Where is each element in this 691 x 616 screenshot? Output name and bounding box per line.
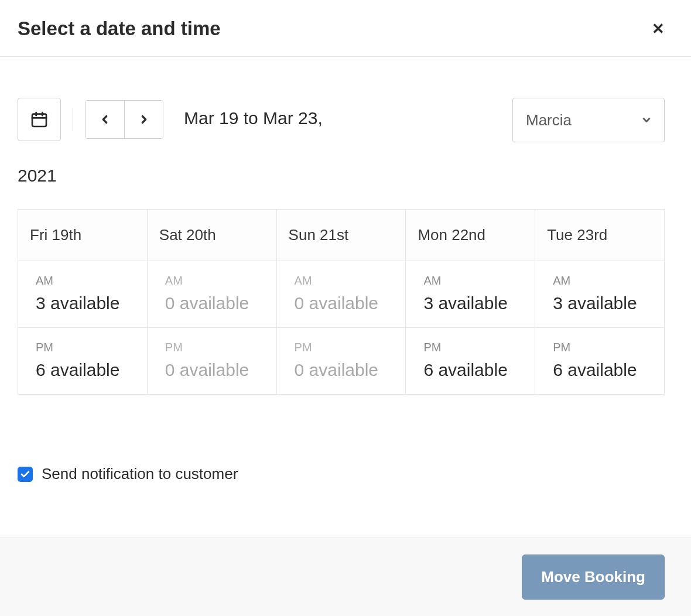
- column-header: Mon 22nd: [406, 210, 535, 261]
- chevron-left-icon: [98, 113, 111, 126]
- column-header: Tue 23rd: [535, 210, 665, 261]
- period-label: AM: [295, 274, 392, 288]
- period-label: AM: [165, 274, 262, 288]
- dialog-header: Select a date and time ✕: [0, 0, 691, 57]
- availability-text: 0 available: [165, 293, 262, 313]
- availability-cell[interactable]: AM0 available: [147, 261, 276, 328]
- availability-cell[interactable]: PM6 available: [406, 328, 535, 395]
- availability-cell[interactable]: AM3 available: [535, 261, 665, 328]
- column-header: Sat 20th: [147, 210, 276, 261]
- chevron-down-icon: [641, 114, 652, 126]
- close-button[interactable]: ✕: [652, 21, 665, 36]
- move-booking-button[interactable]: Move Booking: [522, 555, 665, 600]
- availability-text: 6 available: [553, 360, 650, 380]
- period-label: AM: [36, 274, 133, 288]
- availability-cell[interactable]: PM0 available: [276, 328, 406, 395]
- period-label: PM: [423, 341, 521, 354]
- availability-cell[interactable]: PM6 available: [18, 328, 148, 395]
- dialog-footer: Move Booking: [0, 538, 691, 616]
- availability-table: Fri 19thSat 20thSun 21stMon 22ndTue 23rd…: [18, 209, 665, 395]
- availability-text: 6 available: [36, 360, 133, 380]
- availability-text: 0 available: [165, 360, 262, 380]
- column-header: Sun 21st: [276, 210, 406, 261]
- notification-checkbox[interactable]: [18, 467, 33, 482]
- table-row: PM6 availablePM0 availablePM0 availableP…: [18, 328, 665, 395]
- toolbar: Mar 19 to Mar 23, Marcia: [18, 98, 665, 142]
- availability-cell[interactable]: PM0 available: [147, 328, 276, 395]
- period-label: AM: [423, 274, 521, 288]
- toolbar-divider: [73, 108, 73, 131]
- calendar-icon: [30, 110, 49, 129]
- period-label: PM: [295, 341, 392, 354]
- period-label: PM: [36, 341, 133, 354]
- svg-rect-0: [32, 114, 46, 126]
- date-nav-group: [85, 100, 163, 139]
- availability-text: 0 available: [295, 360, 392, 380]
- availability-cell[interactable]: AM0 available: [276, 261, 406, 328]
- availability-cell[interactable]: PM6 available: [535, 328, 665, 395]
- dialog-title: Select a date and time: [18, 18, 221, 40]
- chevron-right-icon: [138, 113, 150, 126]
- next-button[interactable]: [124, 101, 163, 138]
- year-label: 2021: [18, 166, 665, 186]
- period-label: AM: [553, 274, 650, 288]
- availability-cell[interactable]: AM3 available: [18, 261, 148, 328]
- check-icon: [20, 469, 30, 480]
- table-row: AM3 availableAM0 availableAM0 availableA…: [18, 261, 665, 328]
- availability-cell[interactable]: AM3 available: [406, 261, 535, 328]
- staff-select[interactable]: Marcia: [512, 98, 665, 142]
- calendar-button[interactable]: [18, 98, 61, 141]
- period-label: PM: [165, 341, 262, 354]
- availability-text: 6 available: [423, 360, 521, 380]
- period-label: PM: [553, 341, 650, 354]
- staff-select-value: Marcia: [526, 111, 572, 129]
- column-header: Fri 19th: [18, 210, 148, 261]
- close-icon: ✕: [652, 20, 665, 37]
- notification-label: Send notification to customer: [42, 465, 238, 483]
- availability-text: 3 available: [553, 293, 650, 313]
- availability-text: 3 available: [423, 293, 521, 313]
- availability-text: 0 available: [295, 293, 392, 313]
- notification-row: Send notification to customer: [18, 465, 665, 483]
- dialog-content: Mar 19 to Mar 23, Marcia 2021 Fri 19thSa…: [0, 57, 691, 538]
- availability-text: 3 available: [36, 293, 133, 313]
- prev-button[interactable]: [85, 101, 124, 138]
- date-range-label: Mar 19 to Mar 23,: [184, 98, 323, 128]
